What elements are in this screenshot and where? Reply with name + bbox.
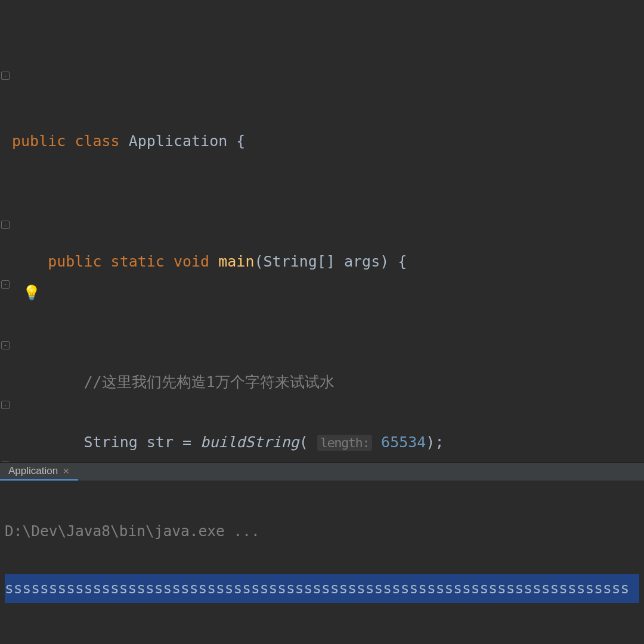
fold-icon[interactable]: - <box>1 280 10 289</box>
console-tab-bar: Application ✕ <box>0 462 644 481</box>
tab-application[interactable]: Application ✕ <box>0 463 78 481</box>
console-selected-output: ssssssssssssssssssssssssssssssssssssssss… <box>5 574 639 603</box>
code-line <box>0 187 644 217</box>
param-hint: length: <box>317 435 372 451</box>
gutter: - - - - - - <box>0 0 12 462</box>
fold-icon[interactable]: - <box>1 341 10 349</box>
code-line: String str = buildString( length: 65534)… <box>0 428 644 459</box>
console-command: D:\Dev\Java8\bin\java.exe ... <box>5 517 639 546</box>
code-line <box>0 307 644 338</box>
tab-label: Application <box>8 465 58 477</box>
close-icon[interactable]: ✕ <box>63 466 70 476</box>
code-line: public static void main(String[] args) { <box>0 247 644 277</box>
fold-icon[interactable]: - <box>1 462 10 462</box>
code-line: public class Application { <box>0 126 644 157</box>
fold-icon[interactable]: - <box>1 401 10 409</box>
code-editor[interactable]: - - - - - - 💡 public class Application {… <box>0 0 644 462</box>
fold-icon[interactable]: - <box>1 72 10 80</box>
console-output[interactable]: D:\Dev\Java8\bin\java.exe ... ssssssssss… <box>0 481 644 644</box>
fold-icon[interactable]: - <box>1 221 10 229</box>
code-line: //这里我们先构造1万个字符来试试水 <box>0 367 644 398</box>
lightbulb-icon[interactable]: 💡 <box>23 278 41 308</box>
console-blank <box>5 603 639 631</box>
